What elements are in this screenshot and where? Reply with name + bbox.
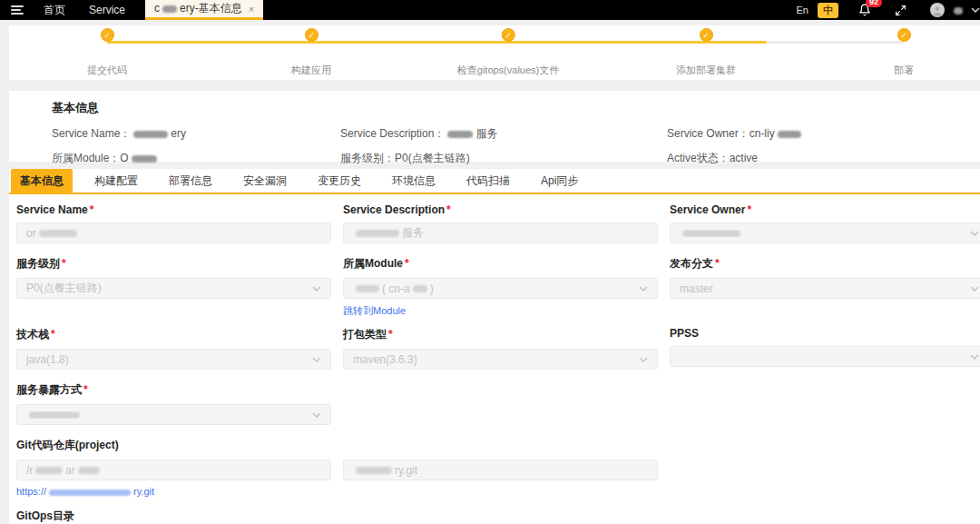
git-repo-url-link[interactable]: https://ry.git xyxy=(16,486,980,497)
chevron-down-icon xyxy=(970,231,979,236)
ppss-select[interactable] xyxy=(670,346,980,367)
step-check-icon: ✓ xyxy=(501,28,514,42)
required-mark: * xyxy=(405,257,409,270)
field-service-owner: Service Owner* xyxy=(670,203,980,243)
step-deploy: ✓ 部署 xyxy=(894,28,914,77)
tab-code-scan[interactable]: 代码扫描 xyxy=(457,169,519,193)
required-mark: * xyxy=(715,257,720,270)
field-service-level: 服务级别* P0(点餐主链路) xyxy=(16,256,331,318)
summary-service-level: 服务级别：P0(点餐主链路) xyxy=(340,151,667,166)
field-gitops-dir: GitOps目录 /m/ ry https://-gitops/cmp/ry xyxy=(16,509,980,524)
step-check-icon: ✓ xyxy=(897,28,911,42)
deploy-stepper: ✓ 提交代码 ✓ 构建应用 ✓ 检查gitops(values)文件 ✓ 添加部… xyxy=(9,25,980,80)
field-tech-stack: 技术栈* java(1.8) xyxy=(16,327,331,370)
detail-card: 基本信息 构建配置 部署信息 安全漏洞 变更历史 环境信息 代码扫描 Api同步… xyxy=(9,169,980,524)
notification-bell-icon[interactable]: 92 xyxy=(858,4,871,16)
service-summary-card: 基本信息 Service Name：ery Service Descriptio… xyxy=(9,91,980,162)
chevron-down-icon xyxy=(639,357,648,362)
required-mark: * xyxy=(51,328,55,341)
menu-icon[interactable] xyxy=(11,5,24,15)
chevron-down-icon xyxy=(312,357,321,362)
release-branch-select[interactable]: master xyxy=(670,278,980,299)
stepper-progress-line xyxy=(107,41,767,44)
notification-badge: 92 xyxy=(866,0,882,7)
top-bar: 首页 Service cery-基本信息 × En 中 92 xyxy=(0,0,980,20)
field-service-description: Service Description* 服务 xyxy=(343,203,658,243)
chevron-down-icon xyxy=(639,286,648,292)
open-page-tab[interactable]: cery-基本信息 × xyxy=(145,0,263,20)
module-select[interactable]: ( cn-a) xyxy=(343,278,658,299)
step-check-gitops: ✓ 检查gitops(values)文件 xyxy=(457,28,559,77)
field-expose-mode: 服务暴露方式* xyxy=(16,382,331,425)
lang-en-toggle[interactable]: En xyxy=(797,5,808,15)
tab-api-sync[interactable]: Api同步 xyxy=(532,169,587,193)
tech-stack-select[interactable]: java(1.8) xyxy=(16,349,331,370)
stepper-remaining-line xyxy=(767,41,904,44)
chevron-down-icon xyxy=(312,286,321,292)
summary-service-name: Service Name：ery xyxy=(52,126,340,142)
field-git-repo: Git代码仓库(project) /rar ry.git https://ry.… xyxy=(16,438,980,497)
open-page-tab-title: cery-基本信息 xyxy=(154,1,242,16)
git-repo-path-input[interactable]: /rar xyxy=(16,460,331,480)
tab-basic-info[interactable]: 基本信息 xyxy=(11,169,73,193)
page: { "topbar": { "nav_home": "首页", "nav_ser… xyxy=(0,0,980,524)
tab-env-info[interactable]: 环境信息 xyxy=(383,169,445,193)
chevron-down-icon xyxy=(970,354,979,360)
expose-mode-select[interactable] xyxy=(16,404,331,425)
service-level-select[interactable]: P0(点餐主链路) xyxy=(16,278,331,299)
service-description-input[interactable]: 服务 xyxy=(343,222,658,243)
lang-zh-toggle[interactable]: 中 xyxy=(818,3,838,18)
tab-close-icon[interactable]: × xyxy=(249,4,254,15)
nav-service[interactable]: Service xyxy=(89,4,125,16)
tab-security-vulns[interactable]: 安全漏洞 xyxy=(234,169,296,193)
step-commit-code: ✓ 提交代码 xyxy=(87,28,127,77)
required-mark: * xyxy=(747,203,751,216)
package-type-select[interactable]: maven(3.6.3) xyxy=(343,349,658,370)
summary-service-owner: Service Owner：cn-liy xyxy=(667,126,980,142)
step-check-icon: ✓ xyxy=(101,28,114,42)
step-build-app: ✓ 构建应用 xyxy=(291,28,331,77)
detail-tabs: 基本信息 构建配置 部署信息 安全漏洞 变更历史 环境信息 代码扫描 Api同步 xyxy=(9,169,980,194)
required-mark: * xyxy=(83,383,88,396)
tab-change-history[interactable]: 变更历史 xyxy=(309,169,370,193)
step-check-icon: ✓ xyxy=(700,28,713,42)
field-service-name: Service Name* or xyxy=(16,203,331,243)
summary-active-status: Active状态：active xyxy=(667,151,980,166)
user-menu-caret-icon[interactable] xyxy=(971,7,980,14)
user-avatar[interactable] xyxy=(930,3,945,17)
required-mark: * xyxy=(90,203,94,216)
field-module: 所属Module* ( cn-a) 跳转到Module xyxy=(343,256,658,318)
summary-title: 基本信息 xyxy=(52,100,980,116)
summary-module: 所属Module：O xyxy=(52,151,340,166)
step-add-cluster: ✓ 添加部署集群 xyxy=(676,28,736,77)
field-ppss: PPSS xyxy=(670,327,980,370)
git-repo-name-input[interactable]: ry.git xyxy=(343,460,658,480)
field-package-type: 打包类型* maven(3.6.3) xyxy=(343,327,658,370)
nav-home[interactable]: 首页 xyxy=(44,3,65,18)
required-mark: * xyxy=(388,328,393,341)
basic-info-form: Service Name* or Service Description* 服务… xyxy=(9,194,980,524)
field-release-branch: 发布分支* master xyxy=(670,256,980,318)
chevron-down-icon xyxy=(970,286,979,292)
chevron-down-icon xyxy=(312,412,321,418)
jump-to-module-link[interactable]: 跳转到Module xyxy=(343,304,658,318)
summary-service-description: Service Description：服务 xyxy=(340,126,667,142)
user-name xyxy=(951,4,965,16)
required-mark: * xyxy=(62,257,66,270)
required-mark: * xyxy=(446,203,451,216)
tab-build-config[interactable]: 构建配置 xyxy=(85,169,147,193)
service-owner-select[interactable] xyxy=(670,222,980,243)
fullscreen-icon[interactable] xyxy=(895,5,906,16)
tab-deploy-info[interactable]: 部署信息 xyxy=(160,169,221,193)
service-name-input[interactable]: or xyxy=(16,222,331,243)
step-check-icon: ✓ xyxy=(305,28,318,42)
